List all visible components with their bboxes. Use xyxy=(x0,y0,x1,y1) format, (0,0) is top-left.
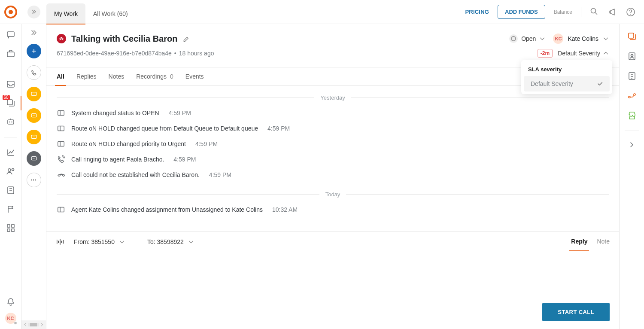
session-call[interactable] xyxy=(27,65,41,80)
double-chevron-right-icon xyxy=(30,29,38,37)
add-funds-button[interactable]: ADD FUNDS xyxy=(498,5,545,19)
help-icon[interactable] xyxy=(626,7,635,17)
severity-option-label: Default Severity xyxy=(531,80,573,87)
plus-icon xyxy=(30,48,37,55)
event-text: Route oN HOLD changed priority to Urgent xyxy=(71,140,186,147)
priority-icon xyxy=(57,34,66,43)
event-row: Route oN HOLD changed queue from Default… xyxy=(57,121,609,136)
current-user-avatar[interactable]: KC xyxy=(5,313,16,324)
journey-icon[interactable] xyxy=(627,91,637,101)
composer-body[interactable] xyxy=(46,252,619,303)
composer-tab-reply[interactable]: Reply xyxy=(571,238,587,246)
nav-knowledge-icon[interactable] xyxy=(6,186,15,195)
ticket-details-icon[interactable] xyxy=(627,32,637,41)
nav-people-icon[interactable] xyxy=(6,167,15,176)
expand-sidebar-button[interactable] xyxy=(21,6,46,18)
status-dropdown[interactable]: Open xyxy=(509,34,545,43)
pricing-link[interactable]: PRICING xyxy=(465,9,489,15)
call-ended-icon xyxy=(57,171,65,179)
event-time: 4:59 PM xyxy=(195,140,218,147)
balance-label: Balance xyxy=(554,9,572,15)
from-number-dropdown[interactable]: From: 3851550 xyxy=(74,238,125,245)
ticket-event-icon xyxy=(57,140,65,148)
ticket-id: 671695ed-0dee-49ae-916e-b7e0d874ba4e xyxy=(57,50,172,57)
ticket-event-icon xyxy=(57,109,65,117)
collapse-icon[interactable] xyxy=(629,141,635,148)
day-separator-yesterday: Yesterday xyxy=(57,94,609,101)
nav-rail: 60 KC xyxy=(0,24,21,329)
chevron-left-icon xyxy=(23,323,27,327)
chat-icon xyxy=(30,91,37,97)
nav-inbox-icon[interactable] xyxy=(6,79,15,89)
subtab-recordings[interactable]: Recordings 0 xyxy=(136,67,173,85)
nav-apps-icon[interactable] xyxy=(6,223,15,233)
nav-conversations-icon[interactable] xyxy=(6,30,15,40)
ticket-title: Talking with Cecilia Baron xyxy=(71,34,177,44)
notes-icon[interactable] xyxy=(627,71,637,81)
workspace-tabs: My Work All Work (60) xyxy=(46,0,136,24)
session-scrollbar[interactable] xyxy=(21,320,46,329)
event-row: Call could not be established with Cecil… xyxy=(57,167,609,183)
event-row: Agent Kate Colins changed assignment fro… xyxy=(57,202,609,217)
subtab-events[interactable]: Events xyxy=(185,67,204,85)
announcements-icon[interactable] xyxy=(608,7,617,17)
event-text: Call ringing to agent Paola Bracho. xyxy=(71,156,164,163)
session-more[interactable]: ⋯ xyxy=(27,173,41,187)
chat-icon xyxy=(30,134,37,140)
chevron-right-icon xyxy=(40,323,44,327)
start-call-button[interactable]: START CALL xyxy=(542,303,610,321)
chevron-up-icon xyxy=(603,50,609,56)
session-chat-2[interactable] xyxy=(27,108,41,123)
contact-icon[interactable] xyxy=(627,52,637,61)
severity-dropdown[interactable]: Default Severity xyxy=(558,50,609,57)
session-chat-3[interactable] xyxy=(27,130,41,144)
edit-title-icon[interactable] xyxy=(182,35,190,43)
phone-icon xyxy=(30,69,37,76)
severity-option-default[interactable]: Default Severity xyxy=(524,76,610,91)
composer-tab-note[interactable]: Note xyxy=(597,238,610,246)
nav-analytics-icon[interactable] xyxy=(6,148,15,157)
assignee-avatar: KC xyxy=(553,34,563,44)
event-time: 10:32 AM xyxy=(272,206,298,213)
subtab-all[interactable]: All xyxy=(57,67,64,85)
session-chat-1[interactable] xyxy=(27,87,41,101)
event-text: System changed status to OPEN xyxy=(71,110,159,116)
nav-reports-icon[interactable] xyxy=(6,204,15,214)
detail-rail xyxy=(619,24,644,329)
subtab-notes[interactable]: Notes xyxy=(109,67,125,85)
nav-bots-icon[interactable] xyxy=(6,117,15,127)
tab-all-work[interactable]: All Work (60) xyxy=(85,3,136,24)
inbox-count-badge: 60 xyxy=(3,95,10,100)
nav-tickets-icon[interactable]: 60 xyxy=(6,98,15,108)
shopify-icon[interactable] xyxy=(627,111,637,120)
event-time: 4:59 PM xyxy=(173,156,196,163)
chat-icon xyxy=(30,155,37,162)
event-time: 4:59 PM xyxy=(267,125,290,132)
event-time: 4:59 PM xyxy=(209,171,231,178)
session-message[interactable] xyxy=(27,151,41,166)
from-label: From: 3851550 xyxy=(74,238,115,245)
to-number-dropdown[interactable]: To: 38598922 xyxy=(147,238,194,245)
ticket-event-icon xyxy=(57,205,65,214)
subtab-replies[interactable]: Replies xyxy=(76,67,97,85)
check-icon xyxy=(597,81,603,87)
ticket-main: Talking with Cecilia Baron Open KC Kate … xyxy=(46,24,619,329)
new-session-button[interactable] xyxy=(27,44,41,58)
notifications-icon[interactable] xyxy=(6,297,15,307)
divider xyxy=(581,7,581,17)
assignee-name: Kate Colins xyxy=(568,35,598,42)
nav-work-icon[interactable] xyxy=(6,49,15,58)
expand-sessions-button[interactable] xyxy=(30,29,38,37)
event-row: System changed status to OPEN 4:59 PM xyxy=(57,105,609,121)
search-icon[interactable] xyxy=(590,7,599,17)
call-ringing-icon xyxy=(57,155,65,164)
composer: From: 3851550 To: 38598922 Reply Note ST… xyxy=(46,231,619,329)
status-ring-icon xyxy=(509,34,518,43)
event-text: Call could not be established with Cecil… xyxy=(71,171,200,178)
assignee-dropdown[interactable]: KC Kate Colins xyxy=(553,34,609,44)
tab-my-work[interactable]: My Work xyxy=(46,3,85,24)
event-row: Route oN HOLD changed priority to Urgent… xyxy=(57,136,609,152)
app-logo[interactable] xyxy=(0,0,21,24)
event-row: Call ringing to agent Paola Bracho. 4:59… xyxy=(57,152,609,167)
severity-label: Default Severity xyxy=(558,50,600,57)
